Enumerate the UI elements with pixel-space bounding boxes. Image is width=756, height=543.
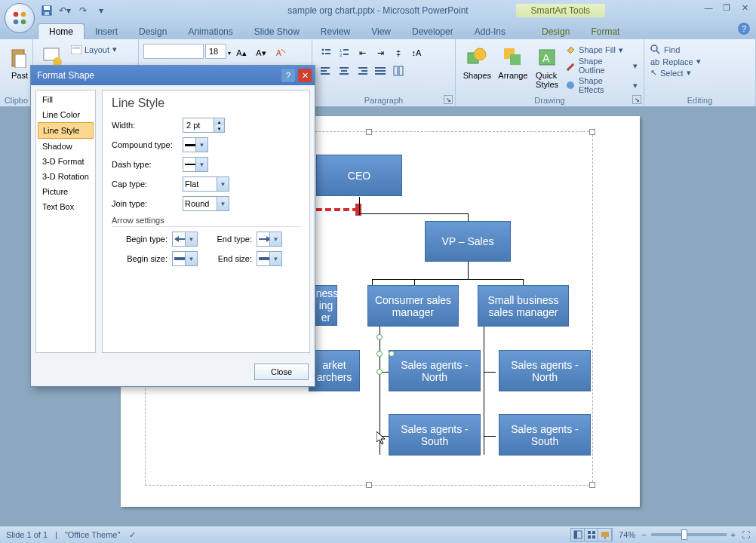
- join-type-combo[interactable]: Round ▼: [183, 196, 229, 211]
- begin-type-combo[interactable]: ▼: [172, 232, 198, 247]
- align-left-icon[interactable]: [318, 63, 334, 79]
- org-node-small-biz-mgr[interactable]: Small business sales manager: [478, 285, 569, 327]
- svg-point-42: [567, 81, 574, 89]
- text-direction-icon[interactable]: ↕A: [408, 44, 425, 61]
- quick-styles-button[interactable]: A Quick Styles: [532, 44, 562, 90]
- decrease-indent-icon[interactable]: ⇤: [354, 44, 370, 61]
- org-node-biz-mgr[interactable]: iness ing er: [315, 285, 337, 326]
- tab-slideshow[interactable]: Slide Show: [244, 24, 310, 39]
- sorter-view-icon[interactable]: [585, 529, 598, 541]
- end-type-combo[interactable]: ▼: [257, 232, 282, 247]
- org-node-consumer-mgr[interactable]: Consumer sales manager: [367, 285, 459, 327]
- cap-type-combo[interactable]: Flat ▼: [183, 176, 229, 192]
- zoom-level[interactable]: 74%: [619, 530, 635, 539]
- normal-view-icon[interactable]: [571, 529, 585, 541]
- clear-format-icon[interactable]: A: [272, 44, 289, 61]
- dialog-close-x[interactable]: ✕: [298, 69, 312, 82]
- minimize-button[interactable]: —: [702, 2, 715, 14]
- columns-icon[interactable]: [390, 63, 407, 79]
- select-button[interactable]: ↖Select ▾: [649, 67, 702, 78]
- tab-smartart-format[interactable]: Format: [580, 24, 630, 39]
- fit-window-icon[interactable]: ⛶: [742, 530, 750, 539]
- arrange-button[interactable]: Arrange: [496, 44, 530, 81]
- dialog-titlebar[interactable]: Format Shape ? ✕: [31, 66, 315, 85]
- zoom-out-button[interactable]: −: [641, 530, 646, 539]
- dialog-help-button[interactable]: ?: [281, 69, 295, 82]
- nav-3d-rotation[interactable]: 3-D Rotation: [38, 169, 94, 184]
- org-node-agents-n2[interactable]: Sales agents - North: [499, 350, 591, 391]
- undo-icon[interactable]: ↶▾: [57, 3, 72, 18]
- align-right-icon[interactable]: [354, 63, 370, 79]
- bucket-icon: [565, 44, 576, 55]
- spinner-down-icon[interactable]: ▼: [214, 125, 224, 132]
- width-spinner[interactable]: 2 pt ▲▼: [183, 118, 225, 133]
- org-node-agents-s1[interactable]: Sales agents - South: [389, 414, 481, 456]
- nav-fill[interactable]: Fill: [38, 92, 94, 107]
- restore-button[interactable]: ❐: [720, 2, 733, 14]
- nav-line-color[interactable]: Line Color: [38, 107, 94, 122]
- bullets-icon[interactable]: [318, 44, 334, 61]
- zoom-slider[interactable]: [651, 533, 727, 536]
- font-size-combo[interactable]: [205, 44, 226, 59]
- office-button[interactable]: [5, 3, 35, 33]
- shape-effects-menu[interactable]: Shape Effects ▾: [564, 75, 639, 95]
- tab-addins[interactable]: Add-Ins: [464, 24, 516, 39]
- dialog-close-button[interactable]: Close: [254, 364, 309, 380]
- grow-font-icon[interactable]: A▴: [233, 44, 250, 61]
- close-button[interactable]: ✕: [738, 2, 751, 14]
- org-node-agents-n1[interactable]: Sales agents - North: [389, 350, 481, 391]
- zoom-in-button[interactable]: +: [731, 530, 736, 539]
- org-node-vp-sales[interactable]: VP – Sales: [425, 221, 511, 262]
- begin-size-label: Begin size:: [119, 254, 167, 263]
- nav-3d-format[interactable]: 3-D Format: [38, 154, 94, 169]
- find-button[interactable]: Find: [649, 44, 702, 56]
- shapes-button[interactable]: Shapes: [460, 44, 494, 81]
- tab-review[interactable]: Review: [310, 24, 361, 39]
- layout-menu[interactable]: Layout ▾: [69, 44, 118, 55]
- tab-view[interactable]: View: [361, 24, 401, 39]
- justify-icon[interactable]: [372, 63, 389, 79]
- line-spacing-icon[interactable]: ‡: [390, 44, 407, 61]
- tab-design[interactable]: Design: [128, 24, 177, 39]
- org-node-ceo[interactable]: CEO: [316, 155, 402, 196]
- svg-rect-34: [394, 66, 398, 75]
- org-node-mkt-res[interactable]: arket archers: [309, 350, 360, 391]
- nav-line-style[interactable]: Line Style: [38, 122, 94, 139]
- selected-connector[interactable]: [316, 208, 358, 211]
- numbering-icon[interactable]: 12: [336, 44, 352, 61]
- tab-animations[interactable]: Animations: [177, 24, 243, 39]
- drawing-dialog-launcher[interactable]: ↘: [632, 95, 641, 104]
- dash-type-combo[interactable]: ▼: [183, 157, 208, 172]
- redo-icon[interactable]: ↷: [75, 3, 91, 18]
- slide-indicator: Slide 1 of 1: [6, 530, 48, 539]
- tab-developer[interactable]: Developer: [401, 24, 464, 39]
- shape-outline-menu[interactable]: Shape Outline ▾: [564, 56, 639, 75]
- nav-shadow[interactable]: Shadow: [38, 139, 94, 154]
- svg-rect-27: [340, 73, 349, 75]
- end-size-combo[interactable]: ▼: [257, 251, 282, 266]
- shrink-font-icon[interactable]: A▾: [253, 44, 269, 61]
- tab-smartart-design[interactable]: Design: [531, 24, 580, 39]
- svg-point-43: [651, 45, 657, 51]
- spinner-up-icon[interactable]: ▲: [214, 118, 224, 125]
- shape-fill-menu[interactable]: Shape Fill ▾: [564, 44, 639, 56]
- paragraph-dialog-launcher[interactable]: ↘: [444, 95, 453, 104]
- increase-indent-icon[interactable]: ⇥: [372, 44, 389, 61]
- nav-textbox[interactable]: Text Box: [38, 199, 94, 214]
- replace-button[interactable]: abReplace ▾: [649, 56, 702, 67]
- compound-type-combo[interactable]: ▼: [183, 137, 208, 152]
- slideshow-view-icon[interactable]: [598, 529, 612, 541]
- chevron-down-icon: ▼: [269, 232, 281, 246]
- svg-point-2: [14, 20, 19, 25]
- begin-size-combo[interactable]: ▼: [172, 251, 198, 266]
- help-button[interactable]: ?: [738, 23, 750, 35]
- tab-insert[interactable]: Insert: [85, 24, 128, 39]
- spellcheck-icon[interactable]: ✓: [129, 530, 136, 540]
- save-icon[interactable]: [39, 3, 54, 18]
- org-node-agents-s2[interactable]: Sales agents - South: [499, 414, 591, 456]
- qat-dropdown-icon[interactable]: ▾: [94, 3, 109, 18]
- font-family-combo[interactable]: [143, 44, 204, 59]
- nav-picture[interactable]: Picture: [38, 184, 94, 199]
- align-center-icon[interactable]: [336, 63, 352, 79]
- tab-home[interactable]: Home: [38, 23, 85, 39]
